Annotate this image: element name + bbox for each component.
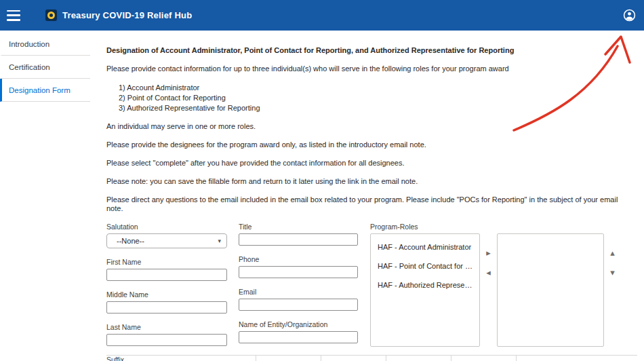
role-option[interactable]: HAF - Authorized Representative fo... bbox=[371, 279, 479, 298]
user-avatar-icon[interactable] bbox=[623, 9, 636, 22]
brand: Treasury COVID-19 Relief Hub bbox=[45, 10, 192, 21]
records-table-stub bbox=[106, 355, 637, 361]
selected-roles-listbox[interactable] bbox=[497, 233, 604, 347]
available-roles-listbox[interactable]: HAF - Account Administrator HAF - Point … bbox=[370, 233, 480, 347]
last-name-label: Last Name bbox=[106, 323, 227, 332]
email-input[interactable] bbox=[239, 299, 358, 311]
sidebar-item-label: Certification bbox=[9, 63, 50, 71]
title-label: Title bbox=[239, 223, 358, 231]
roles-list-item: 2) Point of Contact for Reporting bbox=[119, 93, 636, 102]
email-label: Email bbox=[239, 288, 358, 297]
role-option[interactable]: HAF - Account Administrator bbox=[371, 241, 479, 260]
roles-list-item: 1) Account Administrator bbox=[119, 83, 636, 92]
middle-name-input[interactable] bbox=[106, 301, 227, 314]
sidebar-item-certification[interactable]: Certification bbox=[0, 56, 90, 79]
app-title: Treasury COVID-19 Relief Hub bbox=[62, 10, 192, 20]
main-content: Designation of Account Administrator, Po… bbox=[105, 31, 639, 361]
roles-list-item: 3) Authorized Representative for Reporti… bbox=[119, 103, 636, 113]
entity-label: Name of Entity/Organization bbox=[239, 320, 358, 329]
page-title: Designation of Account Administrator, Po… bbox=[106, 46, 636, 55]
move-left-icon[interactable]: ◂ bbox=[486, 268, 491, 277]
title-input[interactable] bbox=[239, 233, 358, 246]
sidebar-item-label: Introduction bbox=[9, 40, 49, 48]
top-bar: Treasury COVID-19 Relief Hub bbox=[0, 0, 644, 31]
salutation-value: --None-- bbox=[117, 237, 144, 246]
last-name-input[interactable] bbox=[106, 334, 227, 346]
sidebar-item-introduction[interactable]: Introduction bbox=[0, 31, 90, 56]
sidebar-item-label: Designation Form bbox=[9, 86, 71, 94]
move-up-icon[interactable]: ▴ bbox=[610, 248, 615, 257]
note-text: Please provide the designees for the pro… bbox=[106, 140, 636, 149]
first-name-input[interactable] bbox=[106, 269, 227, 281]
designation-form: Salutation --None-- ▾ First Name Middle … bbox=[106, 223, 636, 361]
program-roles-picker: Program-Roles HAF - Account Administrato… bbox=[370, 223, 636, 347]
salutation-select[interactable]: --None-- ▾ bbox=[106, 233, 227, 248]
hamburger-menu-icon[interactable] bbox=[7, 10, 20, 21]
roles-list: 1) Account Administrator 2) Point of Con… bbox=[106, 83, 636, 113]
intro-text: Please provide contact information for u… bbox=[106, 64, 636, 73]
note-text: Please note: you can save the fillable f… bbox=[106, 177, 636, 186]
middle-name-label: Middle Name bbox=[106, 290, 227, 299]
phone-input[interactable] bbox=[239, 266, 358, 278]
treasury-logo-icon bbox=[45, 10, 57, 21]
chevron-down-icon: ▾ bbox=[218, 238, 221, 244]
note-text: Please select "complete" after you have … bbox=[106, 159, 636, 168]
salutation-label: Salutation bbox=[106, 223, 227, 231]
first-name-label: First Name bbox=[106, 258, 227, 267]
entity-input[interactable] bbox=[239, 331, 358, 343]
note-text: Please direct any questions to the email… bbox=[106, 195, 636, 213]
move-down-icon[interactable]: ▾ bbox=[610, 268, 615, 277]
sidebar-item-designation-form[interactable]: Designation Form bbox=[0, 79, 90, 102]
phone-label: Phone bbox=[239, 255, 358, 264]
move-right-icon[interactable]: ▸ bbox=[486, 248, 491, 257]
sidebar: Introduction Certification Designation F… bbox=[0, 31, 90, 102]
role-option[interactable]: HAF - Point of Contact for Reporting bbox=[371, 260, 479, 279]
note-text: An individual may serve in one or more r… bbox=[106, 122, 636, 131]
program-roles-label: Program-Roles bbox=[370, 223, 636, 231]
